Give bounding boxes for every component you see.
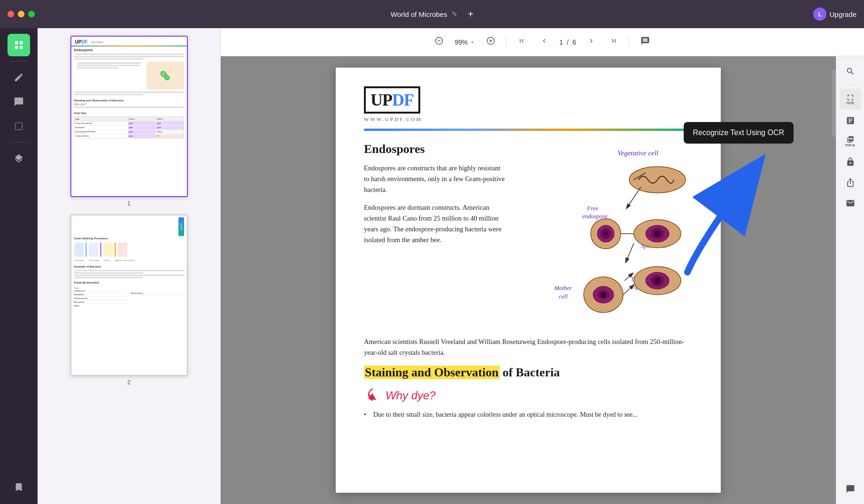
sidebar-divider-2 (9, 142, 28, 143)
svg-text:cell: cell (559, 293, 568, 300)
updf-logo-box: UPDF (364, 86, 420, 114)
staining-heading: Staining and Observation of Bacteria (364, 366, 693, 380)
zoom-in-button[interactable] (483, 35, 499, 49)
color-bar (364, 129, 693, 131)
thumbnail-container-2[interactable]: UP DF Gram Staining Procedure ● Gram-pos… (70, 214, 188, 386)
current-page: 1 (559, 38, 563, 46)
sidebar-item-organize[interactable] (8, 115, 30, 137)
pdf-page: UPDF WWW.UPDF.COM Endospores Endospores … (336, 68, 721, 493)
left-sidebar (0, 28, 38, 504)
zoom-out-button[interactable] (431, 35, 447, 49)
active-indicator (9, 44, 12, 46)
page-nav: 1 / 6 (559, 38, 576, 46)
content-column: 99% 1 / 6 (221, 28, 864, 504)
mail-button[interactable] (841, 194, 860, 213)
bookmark-icon (14, 482, 24, 492)
why-dye-label: Why dye? (386, 389, 436, 402)
maximize-button[interactable] (28, 11, 35, 17)
svg-point-23 (654, 230, 661, 237)
zoom-dropdown-icon[interactable] (470, 39, 475, 45)
svg-text:Mother: Mother (554, 284, 572, 291)
ocr-icon (847, 94, 854, 101)
svg-text:Free: Free (586, 205, 598, 212)
edit-title-icon[interactable]: ✎ (452, 10, 457, 18)
sidebar-item-bookmark[interactable] (8, 476, 30, 498)
thumbnail-label-1: 1 (127, 200, 131, 207)
avatar: L (813, 8, 826, 21)
curly-bracket-icon (364, 386, 381, 405)
svg-point-17 (603, 231, 608, 236)
thumbnail-container-1[interactable]: UPDF BACTERIA Endospores 🦠 (70, 36, 188, 207)
arrow-decoration-icon (364, 386, 381, 403)
pdfa-button[interactable]: PDF/A (841, 132, 860, 151)
scrollbar-track[interactable] (832, 56, 836, 504)
prev-page-button[interactable] (537, 35, 552, 49)
chat-button[interactable] (841, 480, 860, 498)
zoom-percentage: 99% (455, 38, 468, 46)
annotation-button[interactable] (637, 34, 654, 50)
right-sidebar-bottom (841, 480, 860, 498)
content-row: UPDF WWW.UPDF.COM Endospores Endospores … (221, 56, 864, 504)
minimize-button[interactable] (18, 11, 24, 17)
content-grid: Endospores Endospores are constructs tha… (364, 142, 693, 332)
right-sidebar-divider-1 (843, 84, 857, 85)
document-title: World of Microbes (391, 10, 447, 18)
main-layout: UPDF BACTERIA Endospores 🦠 (0, 28, 864, 504)
next-page-button[interactable] (584, 35, 599, 49)
titlebar: World of Microbes ✎ + L Upgrade (0, 0, 864, 28)
sidebar-item-pen[interactable] (8, 66, 30, 89)
svg-point-35 (601, 292, 606, 298)
ocr-label: OCR (847, 101, 854, 105)
svg-line-11 (627, 187, 641, 208)
updf-website: WWW.UPDF.COM (364, 116, 693, 122)
thumbnail-label-2: 2 (127, 379, 131, 386)
endospores-para3: American scientists Russell Vreeland and… (364, 336, 693, 358)
layers-icon (14, 153, 24, 164)
pen-icon (14, 72, 24, 83)
right-sidebar: OCR PDF/A (836, 56, 864, 504)
titlebar-title: World of Microbes ✎ + (391, 9, 473, 20)
updf-logo-area: UPDF (364, 86, 693, 114)
sidebar-item-comment[interactable] (8, 91, 30, 113)
sidebar-item-pages[interactable] (8, 34, 30, 56)
staining-heading-highlight: Staining and Observation (364, 366, 500, 379)
last-page-button[interactable] (606, 35, 621, 49)
total-pages: 6 (572, 38, 576, 46)
svg-rect-3 (20, 46, 23, 49)
updf-logo-text: UPDF (370, 91, 414, 109)
new-tab-button[interactable]: + (468, 9, 473, 20)
sidebar-bottom (8, 476, 30, 498)
endospores-para1: Endospores are constructs that are highl… (364, 163, 505, 196)
bullet-point-1: Due to their small size, bacteria appear… (364, 410, 693, 420)
staining-heading-rest: of Bacteria (502, 366, 560, 379)
share-button[interactable] (841, 173, 860, 192)
svg-line-36 (626, 243, 634, 262)
svg-line-38 (623, 285, 633, 295)
svg-rect-2 (15, 46, 18, 49)
page-thumbnail-2[interactable]: UP DF Gram Staining Procedure ● Gram-pos… (70, 214, 188, 376)
scrollbar-thumb[interactable] (832, 70, 836, 137)
ocr-button[interactable]: OCR (840, 89, 861, 109)
pdf-icon (847, 136, 854, 143)
diagram-column: Vegetative cell Free endospore (514, 142, 693, 332)
upgrade-button[interactable]: L Upgrade (813, 8, 856, 21)
traffic-lights (8, 11, 35, 17)
sidebar-item-layers[interactable] (8, 147, 30, 170)
first-page-button[interactable] (514, 35, 529, 49)
thumbnail-panel: UPDF BACTERIA Endospores 🦠 (38, 28, 221, 504)
page-thumbnail-1[interactable]: UPDF BACTERIA Endospores 🦠 (70, 36, 188, 197)
titlebar-right: L Upgrade (813, 8, 856, 21)
toolbar-divider-2 (629, 37, 629, 48)
endospores-para2: Endospores are dormant constructs. Ameri… (364, 202, 505, 246)
endospores-heading: Endospores (364, 142, 505, 156)
why-dye-row: Why dye? (364, 386, 693, 405)
toolbar-divider-1 (506, 37, 507, 48)
toolbar: 99% 1 / 6 (221, 28, 864, 56)
ocr-tooltip: Recognize Text Using OCR (684, 122, 794, 144)
svg-rect-0 (15, 41, 18, 44)
close-button[interactable] (8, 11, 14, 17)
pdfa-label: PDF/A (845, 144, 855, 147)
search-button[interactable] (841, 62, 860, 81)
protect-button[interactable] (841, 153, 860, 171)
convert-button[interactable] (841, 111, 860, 130)
